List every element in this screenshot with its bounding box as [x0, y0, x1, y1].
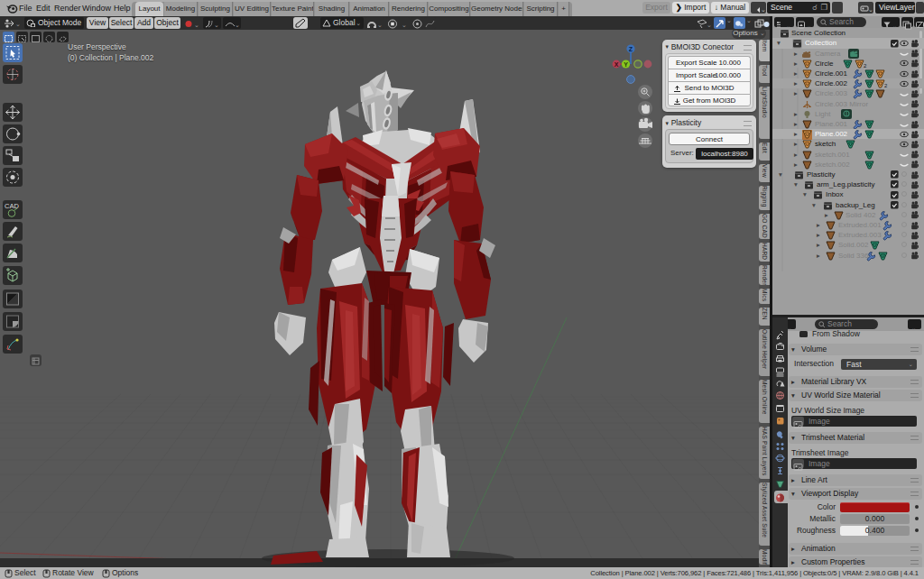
svg-text:Y: Y: [624, 61, 628, 68]
svg-text:⌄: ⌄: [235, 22, 240, 28]
svg-text:⌄: ⌄: [194, 22, 199, 28]
svg-text:⌄: ⌄: [868, 6, 873, 13]
svg-text:⌄: ⌄: [214, 22, 219, 28]
svg-text:⌄: ⌄: [377, 22, 383, 28]
svg-text:⌄: ⌄: [911, 325, 916, 331]
svg-text:CAD: CAD: [5, 202, 19, 210]
svg-text:⌄: ⌄: [402, 22, 407, 28]
svg-text:⌄: ⌄: [15, 21, 21, 27]
svg-text:⌄: ⌄: [707, 22, 712, 28]
svg-text:Z: Z: [629, 46, 633, 52]
svg-text:X: X: [614, 61, 619, 68]
svg-text:⌄: ⌄: [761, 6, 766, 13]
